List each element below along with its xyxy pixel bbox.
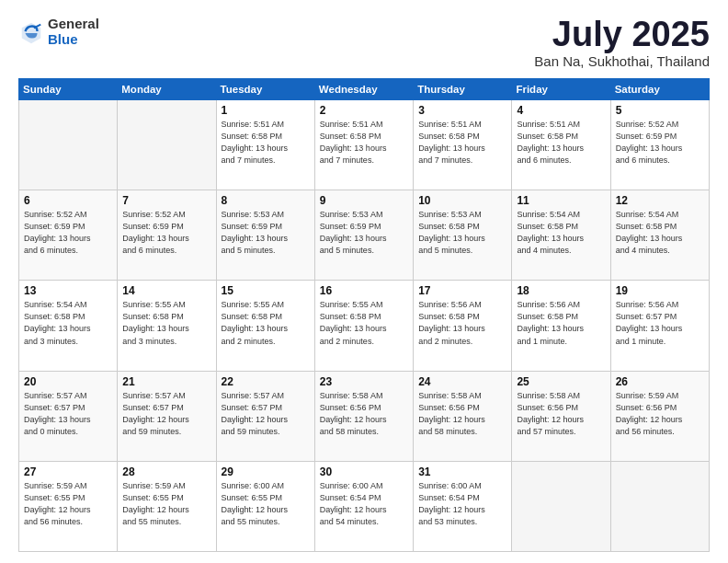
calendar-table: SundayMondayTuesdayWednesdayThursdayFrid… [18,78,710,552]
day-number: 2 [320,104,408,117]
day-info: Sunrise: 5:52 AM Sunset: 6:59 PM Dayligh… [616,119,704,167]
day-info: Sunrise: 6:00 AM Sunset: 6:54 PM Dayligh… [418,480,506,528]
calendar-cell: 16Sunrise: 5:55 AM Sunset: 6:58 PM Dayli… [314,281,413,371]
calendar-cell: 19Sunrise: 5:56 AM Sunset: 6:57 PM Dayli… [610,281,709,371]
day-number: 20 [24,375,112,388]
day-number: 31 [418,465,506,478]
day-number: 12 [616,194,704,207]
day-info: Sunrise: 5:57 AM Sunset: 6:57 PM Dayligh… [24,390,112,438]
calendar-cell: 1Sunrise: 5:51 AM Sunset: 6:58 PM Daylig… [216,100,314,190]
calendar-cell: 30Sunrise: 6:00 AM Sunset: 6:54 PM Dayli… [314,461,413,551]
day-info: Sunrise: 6:00 AM Sunset: 6:54 PM Dayligh… [320,480,408,528]
calendar-cell: 14Sunrise: 5:55 AM Sunset: 6:58 PM Dayli… [118,281,216,371]
day-number: 4 [517,104,605,117]
day-info: Sunrise: 5:55 AM Sunset: 6:58 PM Dayligh… [122,299,210,347]
day-info: Sunrise: 5:59 AM Sunset: 6:56 PM Dayligh… [616,390,704,438]
day-number: 24 [418,375,506,388]
day-number: 19 [616,284,704,297]
calendar-cell: 6Sunrise: 5:52 AM Sunset: 6:59 PM Daylig… [19,190,118,281]
logo-text: General Blue [48,17,99,47]
page: General Blue July 2025 Ban Na, Sukhothai… [0,0,728,563]
day-number: 21 [122,375,210,388]
day-number: 15 [222,284,310,297]
logo-general-text: General [48,17,99,32]
day-number: 28 [122,465,210,478]
calendar-cell: 21Sunrise: 5:57 AM Sunset: 6:57 PM Dayli… [118,371,216,461]
title-block: July 2025 Ban Na, Sukhothai, Thailand [534,17,710,69]
day-number: 3 [418,104,506,117]
day-number: 5 [616,104,704,117]
day-info: Sunrise: 6:00 AM Sunset: 6:55 PM Dayligh… [222,480,310,528]
day-header-sunday: Sunday [19,79,118,100]
day-info: Sunrise: 5:51 AM Sunset: 6:58 PM Dayligh… [320,119,408,167]
logo-blue-text: Blue [48,32,99,48]
calendar-cell: 11Sunrise: 5:54 AM Sunset: 6:58 PM Dayli… [512,190,610,281]
day-info: Sunrise: 5:52 AM Sunset: 6:59 PM Dayligh… [24,209,112,257]
day-header-thursday: Thursday [414,79,512,100]
day-info: Sunrise: 5:56 AM Sunset: 6:57 PM Dayligh… [616,299,704,347]
calendar-cell: 24Sunrise: 5:58 AM Sunset: 6:56 PM Dayli… [414,371,512,461]
calendar-cell: 5Sunrise: 5:52 AM Sunset: 6:59 PM Daylig… [610,100,709,190]
calendar-cell: 28Sunrise: 5:59 AM Sunset: 6:55 PM Dayli… [118,461,216,551]
day-info: Sunrise: 5:54 AM Sunset: 6:58 PM Dayligh… [616,209,704,257]
day-info: Sunrise: 5:51 AM Sunset: 6:58 PM Dayligh… [517,119,605,167]
day-info: Sunrise: 5:58 AM Sunset: 6:56 PM Dayligh… [418,390,506,438]
calendar-cell: 12Sunrise: 5:54 AM Sunset: 6:58 PM Dayli… [610,190,709,281]
day-info: Sunrise: 5:57 AM Sunset: 6:57 PM Dayligh… [222,390,310,438]
day-number: 6 [24,194,112,207]
day-info: Sunrise: 5:55 AM Sunset: 6:58 PM Dayligh… [320,299,408,347]
calendar-cell: 29Sunrise: 6:00 AM Sunset: 6:55 PM Dayli… [216,461,314,551]
calendar-week-5: 27Sunrise: 5:59 AM Sunset: 6:55 PM Dayli… [19,461,710,551]
day-number: 29 [222,465,310,478]
calendar-cell: 17Sunrise: 5:56 AM Sunset: 6:58 PM Dayli… [414,281,512,371]
day-number: 8 [222,194,310,207]
logo: General Blue [18,17,99,47]
day-info: Sunrise: 5:54 AM Sunset: 6:58 PM Dayligh… [517,209,605,257]
calendar-cell: 15Sunrise: 5:55 AM Sunset: 6:58 PM Dayli… [216,281,314,371]
day-number: 18 [517,284,605,297]
day-header-wednesday: Wednesday [314,79,413,100]
location: Ban Na, Sukhothai, Thailand [534,53,710,69]
day-number: 23 [320,375,408,388]
day-header-saturday: Saturday [610,79,709,100]
day-number: 22 [222,375,310,388]
calendar-cell: 25Sunrise: 5:58 AM Sunset: 6:56 PM Dayli… [512,371,610,461]
day-number: 9 [320,194,408,207]
calendar-cell: 22Sunrise: 5:57 AM Sunset: 6:57 PM Dayli… [216,371,314,461]
calendar-week-1: 1Sunrise: 5:51 AM Sunset: 6:58 PM Daylig… [19,100,710,190]
day-header-friday: Friday [512,79,610,100]
calendar-cell: 9Sunrise: 5:53 AM Sunset: 6:59 PM Daylig… [314,190,413,281]
day-info: Sunrise: 5:57 AM Sunset: 6:57 PM Dayligh… [122,390,210,438]
header: General Blue July 2025 Ban Na, Sukhothai… [18,17,710,69]
calendar-cell [610,461,709,551]
month-title: July 2025 [534,17,710,52]
day-number: 30 [320,465,408,478]
calendar-week-2: 6Sunrise: 5:52 AM Sunset: 6:59 PM Daylig… [19,190,710,281]
calendar-cell: 3Sunrise: 5:51 AM Sunset: 6:58 PM Daylig… [414,100,512,190]
calendar-cell: 27Sunrise: 5:59 AM Sunset: 6:55 PM Dayli… [19,461,118,551]
day-number: 1 [222,104,310,117]
day-info: Sunrise: 5:59 AM Sunset: 6:55 PM Dayligh… [122,480,210,528]
day-info: Sunrise: 5:51 AM Sunset: 6:58 PM Dayligh… [418,119,506,167]
calendar-week-3: 13Sunrise: 5:54 AM Sunset: 6:58 PM Dayli… [19,281,710,371]
day-info: Sunrise: 5:56 AM Sunset: 6:58 PM Dayligh… [418,299,506,347]
calendar-cell [512,461,610,551]
day-info: Sunrise: 5:59 AM Sunset: 6:55 PM Dayligh… [24,480,112,528]
calendar-cell: 26Sunrise: 5:59 AM Sunset: 6:56 PM Dayli… [610,371,709,461]
day-info: Sunrise: 5:51 AM Sunset: 6:58 PM Dayligh… [222,119,310,167]
calendar-cell: 4Sunrise: 5:51 AM Sunset: 6:58 PM Daylig… [512,100,610,190]
calendar-cell: 31Sunrise: 6:00 AM Sunset: 6:54 PM Dayli… [414,461,512,551]
day-number: 17 [418,284,506,297]
calendar-week-4: 20Sunrise: 5:57 AM Sunset: 6:57 PM Dayli… [19,371,710,461]
day-info: Sunrise: 5:52 AM Sunset: 6:59 PM Dayligh… [122,209,210,257]
calendar-cell: 10Sunrise: 5:53 AM Sunset: 6:58 PM Dayli… [414,190,512,281]
day-info: Sunrise: 5:53 AM Sunset: 6:59 PM Dayligh… [222,209,310,257]
day-number: 13 [24,284,112,297]
day-info: Sunrise: 5:58 AM Sunset: 6:56 PM Dayligh… [320,390,408,438]
calendar-header-row: SundayMondayTuesdayWednesdayThursdayFrid… [19,79,710,100]
day-number: 27 [24,465,112,478]
day-info: Sunrise: 5:55 AM Sunset: 6:58 PM Dayligh… [222,299,310,347]
calendar-cell: 23Sunrise: 5:58 AM Sunset: 6:56 PM Dayli… [314,371,413,461]
day-number: 11 [517,194,605,207]
calendar-cell: 2Sunrise: 5:51 AM Sunset: 6:58 PM Daylig… [314,100,413,190]
